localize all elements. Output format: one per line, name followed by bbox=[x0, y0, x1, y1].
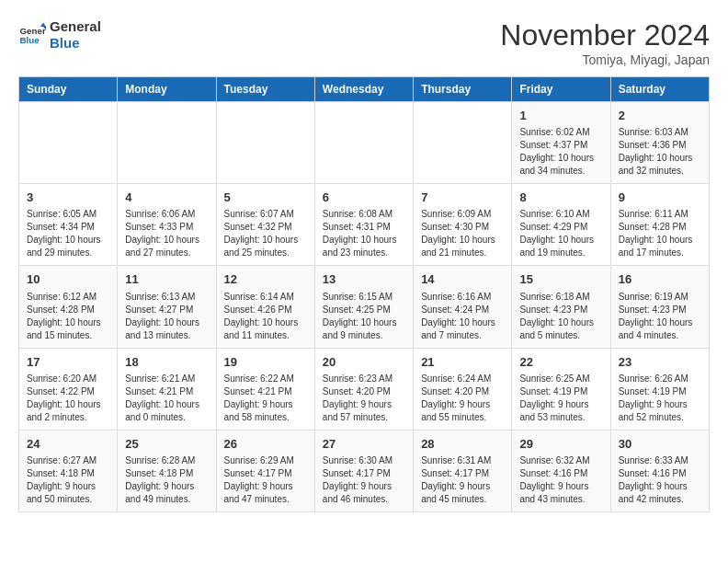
calendar-cell-4-3: 27Sunrise: 6:30 AM Sunset: 4:17 PM Dayli… bbox=[314, 430, 413, 511]
day-info: Sunrise: 6:18 AM Sunset: 4:23 PM Dayligh… bbox=[519, 291, 602, 342]
day-number: 4 bbox=[125, 190, 208, 206]
calendar-cell-4-2: 26Sunrise: 6:29 AM Sunset: 4:17 PM Dayli… bbox=[216, 430, 314, 511]
logo-blue: Blue bbox=[50, 35, 101, 52]
calendar-body: 1Sunrise: 6:02 AM Sunset: 4:37 PM Daylig… bbox=[19, 102, 710, 512]
day-info: Sunrise: 6:21 AM Sunset: 4:21 PM Dayligh… bbox=[125, 373, 208, 424]
calendar-cell-0-3 bbox=[314, 102, 413, 184]
calendar-cell-4-0: 24Sunrise: 6:27 AM Sunset: 4:18 PM Dayli… bbox=[19, 430, 118, 511]
calendar-cell-2-1: 11Sunrise: 6:13 AM Sunset: 4:27 PM Dayli… bbox=[118, 266, 216, 348]
calendar-cell-2-0: 10Sunrise: 6:12 AM Sunset: 4:28 PM Dayli… bbox=[19, 266, 118, 348]
day-info: Sunrise: 6:06 AM Sunset: 4:33 PM Dayligh… bbox=[125, 208, 208, 259]
calendar-cell-2-4: 14Sunrise: 6:16 AM Sunset: 4:24 PM Dayli… bbox=[414, 266, 512, 348]
day-number: 28 bbox=[421, 436, 504, 453]
svg-text:Blue: Blue bbox=[20, 35, 40, 45]
day-number: 9 bbox=[619, 190, 701, 206]
day-number: 10 bbox=[27, 271, 109, 288]
calendar-cell-2-3: 13Sunrise: 6:15 AM Sunset: 4:25 PM Dayli… bbox=[314, 266, 413, 348]
calendar-cell-3-5: 22Sunrise: 6:25 AM Sunset: 4:19 PM Dayli… bbox=[512, 348, 610, 430]
day-number: 7 bbox=[421, 190, 504, 206]
header-wednesday: Wednesday bbox=[314, 77, 413, 102]
day-info: Sunrise: 6:02 AM Sunset: 4:37 PM Dayligh… bbox=[519, 126, 602, 178]
day-number: 11 bbox=[125, 271, 208, 288]
day-number: 29 bbox=[519, 436, 602, 453]
header-sunday: Sunday bbox=[19, 77, 118, 102]
calendar-cell-0-0 bbox=[19, 102, 118, 184]
logo: General Blue General Blue bbox=[18, 18, 101, 52]
day-info: Sunrise: 6:28 AM Sunset: 4:18 PM Dayligh… bbox=[125, 454, 208, 506]
week-row-2: 10Sunrise: 6:12 AM Sunset: 4:28 PM Dayli… bbox=[19, 266, 710, 348]
week-row-0: 1Sunrise: 6:02 AM Sunset: 4:37 PM Daylig… bbox=[19, 102, 710, 184]
day-info: Sunrise: 6:32 AM Sunset: 4:16 PM Dayligh… bbox=[519, 454, 602, 506]
day-info: Sunrise: 6:12 AM Sunset: 4:28 PM Dayligh… bbox=[27, 291, 109, 342]
header-row: SundayMondayTuesdayWednesdayThursdayFrid… bbox=[19, 77, 710, 102]
day-info: Sunrise: 6:33 AM Sunset: 4:16 PM Dayligh… bbox=[619, 454, 701, 506]
day-number: 3 bbox=[27, 190, 109, 206]
day-info: Sunrise: 6:22 AM Sunset: 4:21 PM Dayligh… bbox=[224, 373, 307, 424]
day-number: 6 bbox=[323, 190, 405, 206]
title-block: November 2024 Tomiya, Miyagi, Japan bbox=[500, 18, 710, 67]
day-info: Sunrise: 6:29 AM Sunset: 4:17 PM Dayligh… bbox=[224, 454, 307, 506]
page-header: General Blue General Blue November 2024 … bbox=[18, 18, 710, 67]
day-info: Sunrise: 6:11 AM Sunset: 4:28 PM Dayligh… bbox=[619, 208, 701, 259]
week-row-1: 3Sunrise: 6:05 AM Sunset: 4:34 PM Daylig… bbox=[19, 184, 710, 266]
day-number: 20 bbox=[323, 354, 405, 371]
calendar-cell-3-0: 17Sunrise: 6:20 AM Sunset: 4:22 PM Dayli… bbox=[19, 348, 118, 430]
day-number: 5 bbox=[224, 190, 307, 206]
calendar-cell-0-6: 2Sunrise: 6:03 AM Sunset: 4:36 PM Daylig… bbox=[610, 102, 709, 184]
calendar-cell-3-2: 19Sunrise: 6:22 AM Sunset: 4:21 PM Dayli… bbox=[216, 348, 314, 430]
day-info: Sunrise: 6:30 AM Sunset: 4:17 PM Dayligh… bbox=[323, 454, 405, 506]
day-number: 1 bbox=[519, 108, 602, 124]
calendar-cell-0-4 bbox=[414, 102, 512, 184]
day-info: Sunrise: 6:08 AM Sunset: 4:31 PM Dayligh… bbox=[323, 208, 405, 259]
calendar-cell-1-3: 6Sunrise: 6:08 AM Sunset: 4:31 PM Daylig… bbox=[314, 184, 413, 266]
day-number: 17 bbox=[27, 354, 109, 371]
day-number: 22 bbox=[519, 354, 602, 371]
day-info: Sunrise: 6:09 AM Sunset: 4:30 PM Dayligh… bbox=[421, 208, 504, 259]
header-saturday: Saturday bbox=[610, 77, 709, 102]
calendar-cell-1-0: 3Sunrise: 6:05 AM Sunset: 4:34 PM Daylig… bbox=[19, 184, 118, 266]
day-info: Sunrise: 6:07 AM Sunset: 4:32 PM Dayligh… bbox=[224, 208, 307, 259]
day-info: Sunrise: 6:13 AM Sunset: 4:27 PM Dayligh… bbox=[125, 291, 208, 342]
calendar-cell-1-6: 9Sunrise: 6:11 AM Sunset: 4:28 PM Daylig… bbox=[610, 184, 709, 266]
day-info: Sunrise: 6:14 AM Sunset: 4:26 PM Dayligh… bbox=[224, 291, 307, 342]
calendar-cell-0-2 bbox=[216, 102, 314, 184]
day-number: 14 bbox=[421, 271, 504, 288]
calendar-table: SundayMondayTuesdayWednesdayThursdayFrid… bbox=[18, 76, 710, 512]
day-number: 16 bbox=[619, 271, 701, 288]
month-title: November 2024 bbox=[500, 18, 710, 52]
day-info: Sunrise: 6:26 AM Sunset: 4:19 PM Dayligh… bbox=[619, 373, 701, 424]
header-thursday: Thursday bbox=[414, 77, 512, 102]
day-number: 2 bbox=[619, 108, 701, 124]
calendar-cell-4-1: 25Sunrise: 6:28 AM Sunset: 4:18 PM Dayli… bbox=[118, 430, 216, 511]
calendar-header: SundayMondayTuesdayWednesdayThursdayFrid… bbox=[19, 77, 710, 102]
calendar-cell-1-1: 4Sunrise: 6:06 AM Sunset: 4:33 PM Daylig… bbox=[118, 184, 216, 266]
day-number: 12 bbox=[224, 271, 307, 288]
svg-text:General: General bbox=[20, 26, 47, 36]
day-number: 26 bbox=[224, 436, 307, 453]
calendar-cell-2-2: 12Sunrise: 6:14 AM Sunset: 4:26 PM Dayli… bbox=[216, 266, 314, 348]
day-number: 27 bbox=[323, 436, 405, 453]
day-info: Sunrise: 6:25 AM Sunset: 4:19 PM Dayligh… bbox=[519, 373, 602, 424]
day-number: 8 bbox=[519, 190, 602, 206]
day-info: Sunrise: 6:05 AM Sunset: 4:34 PM Dayligh… bbox=[27, 208, 109, 259]
svg-marker-2 bbox=[40, 23, 46, 28]
day-info: Sunrise: 6:27 AM Sunset: 4:18 PM Dayligh… bbox=[27, 454, 109, 506]
calendar-cell-1-2: 5Sunrise: 6:07 AM Sunset: 4:32 PM Daylig… bbox=[216, 184, 314, 266]
day-number: 21 bbox=[421, 354, 504, 371]
day-number: 13 bbox=[323, 271, 405, 288]
header-monday: Monday bbox=[118, 77, 216, 102]
calendar-cell-0-1 bbox=[118, 102, 216, 184]
location: Tomiya, Miyagi, Japan bbox=[500, 52, 710, 67]
day-info: Sunrise: 6:23 AM Sunset: 4:20 PM Dayligh… bbox=[323, 373, 405, 424]
day-number: 19 bbox=[224, 354, 307, 371]
logo-general: General bbox=[50, 18, 101, 35]
day-number: 25 bbox=[125, 436, 208, 453]
day-info: Sunrise: 6:10 AM Sunset: 4:29 PM Dayligh… bbox=[519, 208, 602, 259]
calendar-cell-1-5: 8Sunrise: 6:10 AM Sunset: 4:29 PM Daylig… bbox=[512, 184, 610, 266]
calendar-cell-3-1: 18Sunrise: 6:21 AM Sunset: 4:21 PM Dayli… bbox=[118, 348, 216, 430]
calendar-cell-0-5: 1Sunrise: 6:02 AM Sunset: 4:37 PM Daylig… bbox=[512, 102, 610, 184]
day-info: Sunrise: 6:03 AM Sunset: 4:36 PM Dayligh… bbox=[619, 126, 701, 178]
calendar-cell-4-4: 28Sunrise: 6:31 AM Sunset: 4:17 PM Dayli… bbox=[414, 430, 512, 511]
day-info: Sunrise: 6:20 AM Sunset: 4:22 PM Dayligh… bbox=[27, 373, 109, 424]
week-row-4: 24Sunrise: 6:27 AM Sunset: 4:18 PM Dayli… bbox=[19, 430, 710, 511]
